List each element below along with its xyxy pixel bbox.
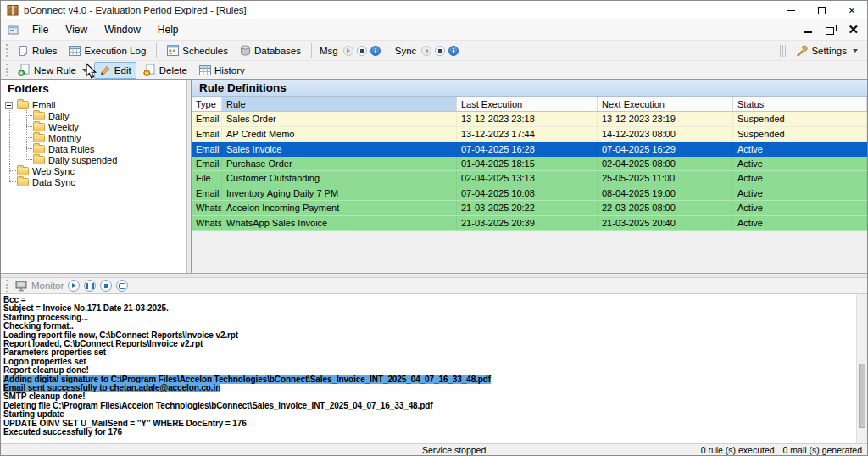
log-line-text: Parameters properties set bbox=[3, 348, 106, 357]
toolbar-grip[interactable] bbox=[6, 64, 8, 76]
table-row[interactable]: Email Sales Order 13-12-2023 23:18 13-12… bbox=[192, 112, 867, 127]
databases-button[interactable]: Databases bbox=[235, 42, 306, 58]
cell-rule: Purchase Order bbox=[222, 157, 457, 171]
log-line-text: UPDATE OINV SET U_MailSend = ''Y'' WHERE… bbox=[3, 419, 247, 428]
minimize-button[interactable] bbox=[776, 1, 806, 19]
tree-item[interactable]: Web Sync bbox=[1, 165, 186, 176]
tree-item[interactable]: Email bbox=[1, 99, 186, 110]
cell-next-execution: 08-04-2025 19:00 bbox=[598, 186, 733, 201]
window-controls bbox=[776, 1, 867, 19]
cell-status: Active bbox=[733, 186, 867, 201]
close-button[interactable] bbox=[837, 1, 867, 19]
collapse-icon[interactable] bbox=[5, 102, 13, 109]
table-row[interactable]: Whats... WhatsApp Sales Invoice 21-03-20… bbox=[192, 216, 867, 231]
mdi-close-button[interactable] bbox=[848, 22, 859, 37]
menu-item-window[interactable]: Window bbox=[96, 21, 149, 38]
cell-status: Active bbox=[733, 157, 867, 171]
tree-item[interactable]: Weekly bbox=[1, 121, 186, 132]
cell-status: Suspended bbox=[733, 112, 867, 126]
toolbar-right-group: Settings bbox=[780, 42, 863, 59]
menu-item-file[interactable]: File bbox=[24, 21, 57, 38]
menu-item-help[interactable]: Help bbox=[149, 21, 187, 38]
msg-stop-button[interactable] bbox=[357, 46, 367, 56]
tree-item[interactable]: Data Sync bbox=[1, 176, 186, 187]
edit-button[interactable]: Edit bbox=[94, 62, 136, 79]
wrench-icon bbox=[796, 45, 808, 57]
log-line-text: Executed successfully for 176 bbox=[3, 427, 122, 437]
table-row[interactable]: Email Inventory Aging Daily 7 PM 07-04-2… bbox=[192, 186, 867, 202]
tree-item-label: Weekly bbox=[48, 122, 79, 132]
log-scrollbar[interactable] bbox=[856, 294, 867, 443]
maximize-button[interactable] bbox=[806, 1, 837, 19]
monitor-autoscroll-button[interactable] bbox=[116, 280, 128, 292]
monitor-stop-button[interactable] bbox=[100, 280, 112, 292]
tree-item[interactable]: Daily bbox=[1, 110, 186, 121]
sync-info-button[interactable] bbox=[448, 46, 459, 56]
tree-item-label: Daily bbox=[48, 111, 69, 121]
schedules-button-label: Schedules bbox=[182, 46, 228, 56]
log-line-text: SMTP cleanup done! bbox=[3, 392, 85, 401]
folder-icon bbox=[17, 101, 29, 109]
table-row[interactable]: Email Sales Invoice 07-04-2025 16:28 07-… bbox=[192, 142, 867, 157]
monitor-play-button[interactable] bbox=[68, 280, 80, 292]
toolbar-grip[interactable] bbox=[6, 280, 8, 292]
service-status: Service stopped. bbox=[422, 445, 488, 455]
cell-rule: Inventory Aging Daily 7 PM bbox=[222, 186, 457, 201]
folder-icon bbox=[33, 123, 45, 131]
column-header-last-execution[interactable]: Last Execution bbox=[457, 97, 598, 111]
toolbar-separator bbox=[156, 43, 157, 58]
cell-type: Email bbox=[192, 157, 222, 171]
cell-rule: Sales Order bbox=[222, 112, 457, 126]
document-icon bbox=[18, 45, 29, 57]
column-header-status[interactable]: Status bbox=[733, 97, 867, 111]
cell-next-execution: 22-03-2025 08:00 bbox=[598, 201, 733, 215]
toolbar-grip[interactable] bbox=[6, 44, 8, 57]
window-title: bConnect v4.0 - Evaluation Period Expire… bbox=[24, 5, 247, 15]
table-row[interactable]: Email Purchase Order 01-04-2025 18:15 02… bbox=[192, 157, 867, 172]
cell-last-execution: 07-04-2025 16:28 bbox=[457, 142, 598, 157]
delete-document-icon bbox=[143, 64, 156, 76]
tree-item[interactable]: Monthly bbox=[1, 132, 186, 143]
mdi-restore-button[interactable] bbox=[826, 27, 834, 35]
cell-type: Email bbox=[192, 127, 222, 142]
scrollbar-thumb[interactable] bbox=[859, 364, 865, 428]
table-row[interactable]: Whats... Accelon Incoming Payment 21-03-… bbox=[192, 201, 867, 216]
sync-stop-button[interactable] bbox=[435, 46, 445, 56]
column-header-next-execution[interactable]: Next Execution bbox=[598, 97, 733, 111]
rules-button[interactable]: Rules bbox=[13, 42, 62, 59]
table-row[interactable]: Email AP Credit Memo 13-12-2023 17:44 14… bbox=[192, 127, 867, 142]
new-rule-button[interactable]: New Rule bbox=[13, 61, 92, 79]
cell-next-execution: 25-05-2025 11:00 bbox=[598, 171, 733, 186]
cell-rule: Customer Outstanding bbox=[222, 171, 457, 186]
tree-item[interactable]: Daily suspended bbox=[1, 154, 186, 165]
titlebar: bConnect v4.0 - Evaluation Period Expire… bbox=[1, 1, 867, 19]
toolbar-overflow-grip[interactable] bbox=[780, 45, 786, 57]
log-line-text: Deleting file C:\Program Files\Accelon T… bbox=[3, 401, 433, 410]
column-header-type[interactable]: Type bbox=[192, 97, 222, 111]
edit-button-label: Edit bbox=[114, 65, 131, 75]
cell-last-execution: 21-03-2025 20:39 bbox=[457, 216, 598, 231]
menu-item-view[interactable]: View bbox=[57, 21, 96, 38]
delete-button[interactable]: Delete bbox=[138, 61, 192, 79]
history-button[interactable]: History bbox=[194, 63, 250, 78]
execution-log-button[interactable]: Execution Log bbox=[64, 43, 151, 58]
cell-type: Email bbox=[192, 186, 222, 201]
column-header-rule[interactable]: Rule bbox=[222, 97, 457, 111]
tree-item-label: Email bbox=[32, 100, 56, 110]
tree-item-label: Data Sync bbox=[32, 177, 75, 187]
log-line: Starting processing... bbox=[3, 314, 856, 322]
table-row[interactable]: File Customer Outstanding 02-04-2025 13:… bbox=[192, 171, 867, 186]
log-line: Logon properties set bbox=[3, 358, 856, 366]
monitor-pause-button[interactable] bbox=[84, 280, 96, 292]
log-output: Bcc =Subject = Invoice No.171 Date 21-03… bbox=[1, 294, 856, 443]
msg-start-button[interactable] bbox=[343, 46, 353, 56]
settings-button[interactable]: Settings bbox=[791, 42, 863, 59]
schedules-button[interactable]: Schedules bbox=[162, 42, 233, 58]
tree-item[interactable]: Data Rules bbox=[1, 143, 186, 154]
cell-last-execution: 21-03-2025 20:22 bbox=[457, 201, 598, 215]
folders-header: Folders bbox=[1, 80, 186, 97]
msg-info-button[interactable] bbox=[370, 46, 381, 56]
mdi-minimize-button[interactable] bbox=[804, 31, 812, 33]
folder-tree: Email Daily Weekly Monthly Data Rules Da… bbox=[1, 97, 186, 273]
sync-start-button[interactable] bbox=[421, 46, 431, 56]
